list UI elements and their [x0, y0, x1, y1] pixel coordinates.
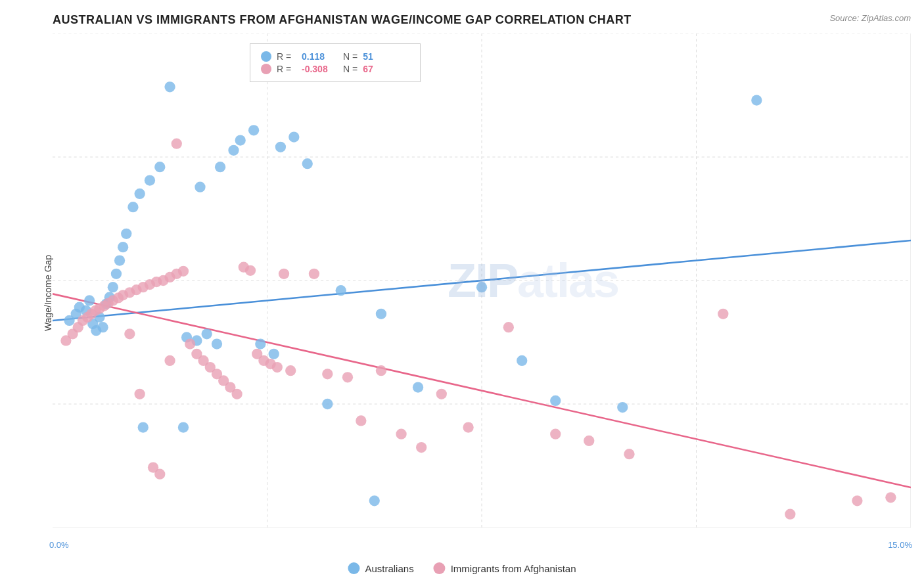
- svg-point-99: [279, 269, 289, 279]
- svg-point-47: [212, 338, 222, 349]
- legend-pink-n-value: 67: [363, 64, 373, 74]
- svg-point-56: [413, 382, 423, 392]
- source-label: Source: ZipAtlas.com: [829, 13, 911, 23]
- svg-point-91: [231, 389, 242, 399]
- svg-point-50: [336, 285, 346, 296]
- legend-pink-r-value: -0.308: [302, 64, 338, 74]
- svg-point-117: [885, 492, 896, 503]
- svg-point-51: [376, 309, 386, 319]
- svg-point-61: [178, 422, 189, 432]
- svg-point-33: [145, 175, 155, 185]
- scatter-plot: 60.0% 45.0% 30.0% 15.0%: [53, 34, 911, 528]
- svg-point-60: [138, 422, 149, 432]
- svg-point-115: [785, 509, 795, 520]
- svg-point-58: [617, 402, 628, 413]
- svg-point-48: [255, 338, 266, 349]
- svg-point-43: [302, 158, 313, 169]
- svg-point-111: [416, 442, 427, 453]
- svg-point-92: [172, 139, 182, 149]
- immigrants-circle-icon: [434, 562, 446, 574]
- svg-point-41: [275, 142, 286, 152]
- y-axis-label: Wage/Income Gap: [43, 255, 53, 331]
- svg-point-35: [164, 81, 175, 92]
- chart-area: 60.0% 45.0% 30.0% 15.0%: [53, 34, 911, 528]
- svg-point-30: [121, 229, 131, 239]
- australians-label: Australians: [365, 563, 413, 574]
- legend-pink-n-label: N =: [343, 64, 358, 74]
- legend-box: R = 0.118 N = 51 R = -0.308 N = 67: [250, 43, 421, 82]
- svg-point-84: [185, 338, 195, 349]
- legend-blue-n-label: N =: [343, 51, 358, 62]
- svg-point-110: [463, 422, 473, 432]
- svg-point-109: [436, 389, 447, 399]
- svg-point-37: [215, 162, 225, 172]
- svg-point-46: [202, 328, 212, 339]
- svg-point-29: [118, 242, 128, 252]
- svg-point-108: [154, 469, 165, 480]
- svg-point-59: [369, 495, 380, 506]
- svg-point-53: [517, 355, 527, 366]
- svg-point-49: [269, 349, 279, 359]
- chart-container: AUSTRALIAN VS IMMIGRANTS FROM AFGHANISTA…: [0, 0, 924, 586]
- svg-point-104: [356, 415, 366, 426]
- svg-point-32: [134, 189, 145, 199]
- svg-point-106: [396, 429, 406, 440]
- legend-pink-r-label: R =: [277, 64, 296, 74]
- bottom-legend: Australians Immigrants from Afghanistan: [348, 562, 576, 574]
- svg-point-119: [584, 436, 594, 446]
- svg-point-122: [124, 328, 135, 339]
- svg-point-101: [309, 269, 319, 279]
- svg-point-112: [503, 322, 514, 332]
- svg-point-38: [228, 145, 239, 156]
- svg-point-26: [108, 282, 118, 292]
- pink-circle-icon: [261, 64, 271, 74]
- immigrants-label: Immigrants from Afghanistan: [451, 563, 576, 574]
- svg-point-52: [476, 282, 487, 292]
- svg-point-113: [624, 449, 634, 459]
- svg-point-114: [718, 309, 728, 319]
- svg-point-27: [111, 269, 122, 279]
- svg-point-98: [272, 362, 283, 372]
- x-axis-label-left: 0.0%: [49, 540, 69, 550]
- svg-point-94: [245, 265, 256, 276]
- chart-title: AUSTRALIAN VS IMMIGRANTS FROM AFGHANISTA…: [53, 13, 911, 27]
- svg-point-54: [550, 395, 561, 406]
- svg-point-28: [114, 255, 125, 265]
- blue-circle-icon: [261, 51, 271, 62]
- australians-circle-icon: [348, 562, 359, 574]
- legend-blue-r-value: 0.118: [302, 51, 338, 62]
- svg-point-120: [164, 355, 175, 366]
- svg-point-102: [322, 369, 333, 379]
- legend-row-pink: R = -0.308 N = 67: [261, 64, 409, 74]
- svg-point-55: [751, 95, 762, 105]
- svg-point-39: [235, 135, 246, 145]
- svg-point-31: [127, 202, 138, 212]
- svg-point-100: [285, 365, 296, 376]
- svg-point-83: [178, 266, 189, 277]
- svg-point-121: [134, 389, 145, 399]
- legend-blue-n-value: 51: [363, 51, 373, 62]
- svg-point-118: [550, 429, 561, 440]
- svg-point-42: [289, 131, 299, 142]
- legend-blue-r-label: R =: [277, 51, 296, 62]
- svg-point-116: [852, 495, 862, 506]
- bottom-legend-australians: Australians: [348, 562, 413, 574]
- svg-point-19: [84, 295, 95, 305]
- svg-point-40: [248, 125, 259, 135]
- x-axis-label-right: 15.0%: [888, 540, 912, 550]
- svg-point-57: [322, 399, 333, 409]
- legend-row-blue: R = 0.118 N = 51: [261, 51, 409, 62]
- svg-point-23: [97, 322, 108, 332]
- svg-point-103: [342, 372, 353, 382]
- svg-point-36: [195, 182, 205, 192]
- svg-point-105: [376, 365, 386, 376]
- bottom-legend-immigrants: Immigrants from Afghanistan: [434, 562, 576, 574]
- svg-point-34: [154, 162, 165, 172]
